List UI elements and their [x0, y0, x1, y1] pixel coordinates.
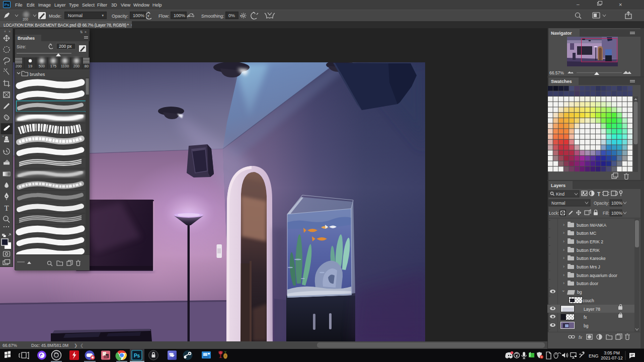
- svg-text:fx: fx: [579, 335, 583, 340]
- svg-text:ENG: ENG: [589, 353, 599, 358]
- svg-text:3:05 PM: 3:05 PM: [604, 350, 620, 355]
- svg-text:200: 200: [16, 64, 22, 68]
- svg-text:100%: 100%: [611, 201, 622, 206]
- svg-text:Opacity:: Opacity:: [594, 201, 609, 206]
- svg-text:T: T: [597, 191, 601, 197]
- svg-text:80: 80: [85, 64, 89, 68]
- svg-text:Lock:: Lock:: [549, 211, 559, 216]
- svg-text:Fill:: Fill:: [603, 211, 609, 216]
- svg-text:Brushes: Brushes: [18, 36, 35, 41]
- svg-text:«: «: [4, 30, 6, 33]
- svg-text:200 px: 200 px: [59, 44, 72, 49]
- svg-text:Swatches: Swatches: [551, 79, 572, 84]
- svg-text:Layers: Layers: [551, 183, 566, 188]
- svg-text:19: 19: [28, 64, 32, 68]
- svg-text:Kind: Kind: [556, 192, 565, 197]
- svg-text:500: 500: [39, 64, 45, 68]
- svg-text:Normal: Normal: [551, 201, 566, 206]
- svg-text:T: T: [4, 204, 9, 212]
- svg-text:Size:: Size:: [17, 44, 26, 49]
- svg-text:175: 175: [50, 64, 57, 68]
- svg-text:Navigator: Navigator: [551, 31, 572, 36]
- svg-text:⇅: ⇅: [80, 30, 83, 34]
- svg-text:1100: 1100: [61, 64, 69, 68]
- svg-text:×: ×: [9, 30, 11, 33]
- svg-text:×: ×: [85, 30, 87, 34]
- svg-text:66.57%: 66.57%: [549, 70, 564, 75]
- svg-text:Ps: Ps: [134, 353, 140, 358]
- svg-text:2021-07-12: 2021-07-12: [601, 355, 623, 360]
- svg-text:brushes: brushes: [30, 72, 45, 77]
- svg-text:200: 200: [73, 64, 80, 68]
- svg-text:100%: 100%: [611, 211, 622, 216]
- svg-text:*: *: [3, 135, 4, 138]
